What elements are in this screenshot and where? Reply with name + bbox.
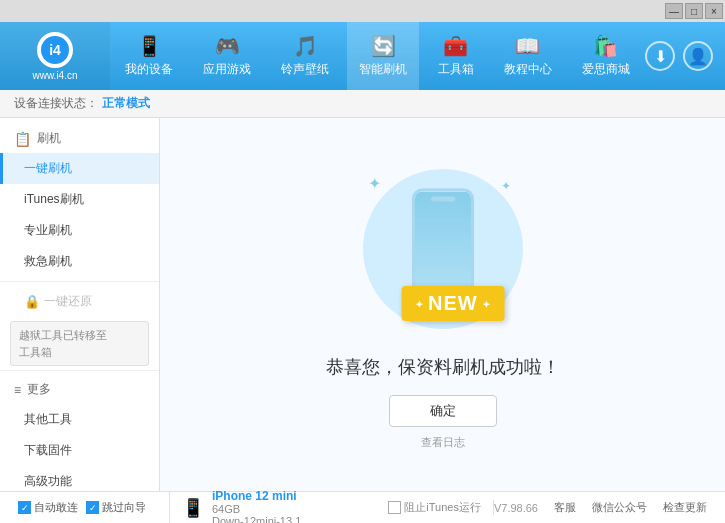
check-update-link[interactable]: 检查更新 <box>663 500 707 515</box>
sidebar-item-download-firmware[interactable]: 下载固件 <box>0 435 159 466</box>
sidebar-item-other-tools[interactable]: 其他工具 <box>0 404 159 435</box>
nav-item-store[interactable]: 🛍️ 爱思商城 <box>570 22 642 90</box>
device-firmware: Down-12mini-13,1 <box>212 515 301 524</box>
nav-right: ⬇ 👤 <box>645 41 725 71</box>
nav-label-toolbox: 工具箱 <box>438 61 474 78</box>
nav-items: 📱 我的设备 🎮 应用游戏 🎵 铃声壁纸 🔄 智能刷机 🧰 工具箱 📖 教程中心… <box>110 22 645 90</box>
more-section-icon: ≡ <box>14 383 21 397</box>
show-log-link[interactable]: 查看日志 <box>421 435 465 450</box>
device-info: iPhone 12 mini 64GB Down-12mini-13,1 <box>212 489 301 524</box>
success-message: 恭喜您，保资料刷机成功啦！ <box>326 355 560 379</box>
nav-item-my-device[interactable]: 📱 我的设备 <box>113 22 185 90</box>
phone-notch <box>431 197 455 202</box>
status-label: 设备连接状态： <box>14 95 98 112</box>
checkbox-group: 自动敢连 跳过向导 <box>10 500 154 515</box>
auto-connect-label: 自动敢连 <box>34 500 78 515</box>
skip-wizard-checkbox[interactable]: 跳过向导 <box>86 500 146 515</box>
device-icon: 📱 <box>182 497 204 519</box>
sidebar-item-one-click-restore: 🔒 一键还原 <box>0 286 159 317</box>
sidebar-divider-1 <box>0 281 159 282</box>
nav-label-ringtone: 铃声壁纸 <box>281 61 329 78</box>
nav-icon-ringtone: 🎵 <box>293 34 318 58</box>
close-button[interactable]: × <box>705 3 723 19</box>
nav-label-apps: 应用游戏 <box>203 61 251 78</box>
main-layout: 📋 刷机 一键刷机 iTunes刷机 专业刷机 救急刷机 🔒 一键还原 越狱工具… <box>0 118 725 491</box>
flash-section-icon: 📋 <box>14 131 31 147</box>
nav-item-apps-games[interactable]: 🎮 应用游戏 <box>191 22 263 90</box>
status-value: 正常模式 <box>102 95 150 112</box>
sidebar-item-advanced[interactable]: 高级功能 <box>0 466 159 491</box>
user-button[interactable]: 👤 <box>683 41 713 71</box>
stop-itunes-label: 阻止iTunes运行 <box>404 500 481 515</box>
status-bar: 设备连接状态： 正常模式 <box>0 90 725 118</box>
download-button[interactable]: ⬇ <box>645 41 675 71</box>
nav-item-ringtone[interactable]: 🎵 铃声壁纸 <box>269 22 341 90</box>
stop-itunes-area: 阻止iTunes运行 <box>376 500 494 515</box>
phone-screen <box>415 192 471 296</box>
phone-shape <box>412 189 474 299</box>
flash-section-label: 刷机 <box>37 130 61 147</box>
maximize-button[interactable]: □ <box>685 3 703 19</box>
bottom-right: V7.98.66 客服 微信公众号 检查更新 <box>494 500 715 515</box>
skip-wizard-label: 跳过向导 <box>102 500 146 515</box>
confirm-button[interactable]: 确定 <box>389 395 497 427</box>
auto-connect-checkbox-box[interactable] <box>18 501 31 514</box>
nav-label-device: 我的设备 <box>125 61 173 78</box>
success-illustration: NEW ✦ ✦ <box>353 159 533 339</box>
nav-icon-store: 🛍️ <box>593 34 618 58</box>
sidebar: 📋 刷机 一键刷机 iTunes刷机 专业刷机 救急刷机 🔒 一键还原 越狱工具… <box>0 118 160 491</box>
sidebar-flash-section: 📋 刷机 <box>0 124 159 153</box>
bottom-left: 自动敢连 跳过向导 <box>10 492 170 523</box>
customer-service-link[interactable]: 客服 <box>554 500 576 515</box>
new-badge: NEW <box>401 286 505 321</box>
title-bar: — □ × <box>0 0 725 22</box>
logo-area: i4 www.i4.cn <box>0 22 110 90</box>
device-storage: 64GB <box>212 503 301 515</box>
nav-item-tutorial[interactable]: 📖 教程中心 <box>492 22 564 90</box>
content-area: NEW ✦ ✦ 恭喜您，保资料刷机成功啦！ 确定 查看日志 <box>160 118 725 491</box>
nav-icon-tutorial: 📖 <box>515 34 540 58</box>
more-section-label: 更多 <box>27 381 51 398</box>
nav-label-store: 爱思商城 <box>582 61 630 78</box>
jailbreak-notice: 越狱工具已转移至 工具箱 <box>10 321 149 366</box>
auto-connect-checkbox[interactable]: 自动敢连 <box>18 500 78 515</box>
sidebar-item-save-flash[interactable]: 救急刷机 <box>0 246 159 277</box>
sparkle-icon-left: ✦ <box>368 174 381 193</box>
sidebar-item-pro-flash[interactable]: 专业刷机 <box>0 215 159 246</box>
nav-item-smart-flash[interactable]: 🔄 智能刷机 <box>347 22 419 90</box>
sparkle-icon-right: ✦ <box>501 179 511 193</box>
sidebar-item-one-click-flash[interactable]: 一键刷机 <box>0 153 159 184</box>
nav-item-toolbox[interactable]: 🧰 工具箱 <box>426 22 486 90</box>
nav-icon-toolbox: 🧰 <box>443 34 468 58</box>
sidebar-item-itunes-flash[interactable]: iTunes刷机 <box>0 184 159 215</box>
bottom-area: 自动敢连 跳过向导 📱 iPhone 12 mini 64GB Down-12m… <box>0 491 725 523</box>
nav-icon-flash: 🔄 <box>371 34 396 58</box>
wechat-link[interactable]: 微信公众号 <box>592 500 647 515</box>
nav-icon-device: 📱 <box>137 34 162 58</box>
logo-text: www.i4.cn <box>32 70 77 81</box>
skip-wizard-checkbox-box[interactable] <box>86 501 99 514</box>
sidebar-divider-2 <box>0 370 159 371</box>
stop-itunes-checkbox[interactable] <box>388 501 401 514</box>
sidebar-more-section: ≡ 更多 <box>0 375 159 404</box>
nav-label-tutorial: 教程中心 <box>504 61 552 78</box>
minimize-button[interactable]: — <box>665 3 683 19</box>
logo-circle: i4 <box>37 32 73 68</box>
nav-icon-apps: 🎮 <box>215 34 240 58</box>
version-label: V7.98.66 <box>494 502 538 514</box>
nav-label-flash: 智能刷机 <box>359 61 407 78</box>
device-section: 📱 iPhone 12 mini 64GB Down-12mini-13,1 <box>170 492 376 523</box>
top-nav: i4 www.i4.cn 📱 我的设备 🎮 应用游戏 🎵 铃声壁纸 🔄 智能刷机… <box>0 22 725 90</box>
logo-icon: i4 <box>41 36 69 64</box>
